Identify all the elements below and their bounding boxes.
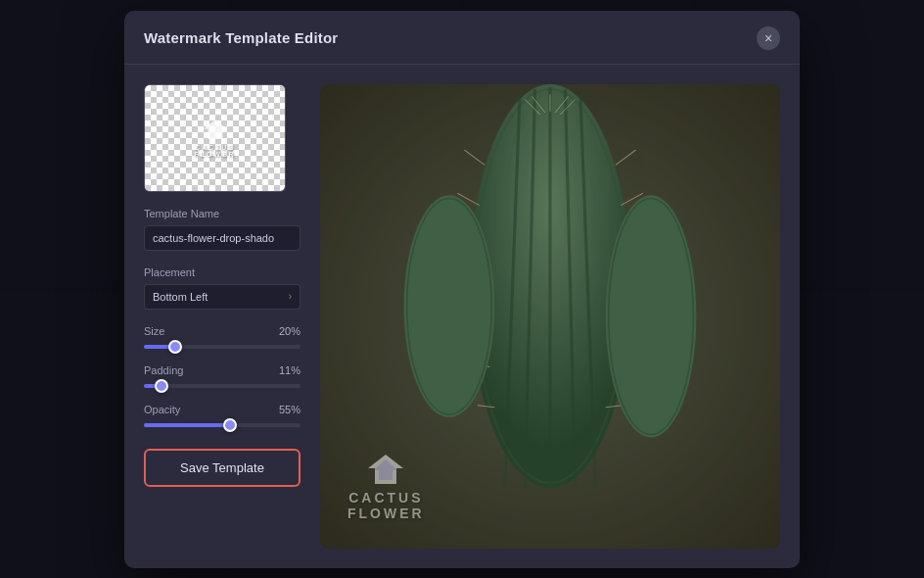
watermark-template-editor-modal: Watermark Template Editor × CACTUS FLOWE… (124, 11, 800, 568)
size-value: 20% (279, 325, 300, 337)
opacity-slider-group: Opacity 55% (144, 404, 300, 427)
preview-watermark: CACTUS FLOWER (347, 453, 425, 521)
opacity-slider-fill (144, 423, 230, 427)
close-button[interactable]: × (757, 26, 780, 50)
modal-overlay: Watermark Template Editor × CACTUS FLOWE… (0, 0, 924, 578)
opacity-label: Opacity (144, 404, 180, 415)
watermark-text-flower: FLOWER (347, 506, 425, 521)
watermark-thumbnail: CACTUS FLOWER (144, 84, 286, 192)
size-label: Size (144, 325, 164, 337)
chevron-right-icon: › (289, 291, 292, 302)
placement-value: Bottom Left (153, 291, 208, 303)
thumbnail-logo-icon (200, 119, 231, 142)
size-slider-group: Size 20% (144, 325, 300, 349)
modal-body: CACTUS FLOWER Template Name Placement Bo… (124, 65, 800, 568)
placement-group: Placement Bottom Left › (144, 266, 300, 310)
opacity-value: 55% (279, 404, 300, 415)
watermark-logo-icon (364, 453, 407, 488)
padding-slider-thumb[interactable] (155, 379, 168, 393)
padding-label: Padding (144, 364, 183, 376)
preview-panel: CACTUS FLOWER (320, 84, 780, 549)
template-name-label: Template Name (144, 208, 300, 219)
save-template-button[interactable]: Save Template (144, 449, 300, 487)
modal-title: Watermark Template Editor (144, 29, 338, 46)
preview-image: CACTUS FLOWER (320, 84, 780, 549)
left-panel: CACTUS FLOWER Template Name Placement Bo… (144, 84, 300, 549)
watermark-text-cactus: CACTUS (348, 490, 423, 506)
template-name-group: Template Name (144, 208, 300, 251)
padding-slider-track[interactable] (144, 384, 300, 388)
padding-slider-group: Padding 11% (144, 364, 300, 388)
thumbnail-watermark: CACTUS FLOWER (145, 85, 285, 191)
size-slider-thumb[interactable] (168, 340, 182, 354)
padding-value: 11% (279, 364, 300, 376)
size-slider-track[interactable] (144, 345, 300, 349)
placement-select[interactable]: Bottom Left › (144, 284, 300, 310)
modal-header: Watermark Template Editor × (124, 11, 800, 65)
placement-label: Placement (144, 266, 300, 278)
opacity-slider-thumb[interactable] (223, 418, 237, 432)
template-name-input[interactable] (144, 225, 300, 251)
opacity-slider-track[interactable] (144, 423, 300, 427)
